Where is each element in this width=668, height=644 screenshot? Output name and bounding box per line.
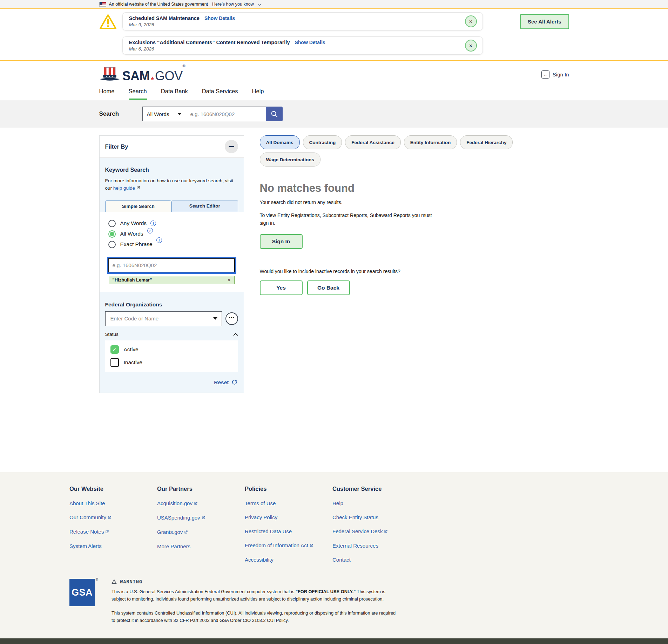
info-icon[interactable]: i — [147, 228, 153, 233]
main-nav: Home Search Data Bank Data Services Help — [0, 84, 668, 100]
domain-pill-contracting[interactable]: Contracting — [303, 135, 342, 149]
search-mode-select[interactable]: All Words — [142, 107, 186, 121]
footer-link-our-community[interactable]: Our Community — [69, 514, 157, 521]
nav-item-data-services[interactable]: Data Services — [202, 88, 238, 100]
nav-item-home[interactable]: Home — [99, 88, 115, 100]
site-footer: Our Website About This Site Our Communit… — [0, 472, 668, 638]
footer-link-usaspending-gov[interactable]: USASpending.gov — [157, 515, 245, 521]
external-link-icon — [136, 185, 140, 192]
footer-link-grants-gov[interactable]: Grants.gov — [157, 529, 245, 535]
footer-link-release-notes[interactable]: Release Notes — [69, 529, 157, 535]
nav-item-search[interactable]: Search — [129, 88, 147, 100]
alerts-section: Scheduled SAM Maintenance Show Details M… — [0, 9, 668, 61]
nav-item-data-bank[interactable]: Data Bank — [161, 88, 188, 100]
status-section-toggle[interactable]: Status — [105, 332, 238, 337]
tab-search-editor[interactable]: Search Editor — [171, 200, 238, 212]
chip-remove-icon[interactable]: × — [228, 277, 230, 283]
go-back-button[interactable]: Go Back — [307, 280, 350, 295]
radio-any-words[interactable] — [108, 220, 116, 227]
domain-pill-federal-assistance[interactable]: Federal Assistance — [345, 135, 401, 149]
check-icon: ✓ — [112, 346, 117, 353]
us-flag-icon — [99, 2, 106, 7]
site-header: ★★★ SAM★GOV® ← Sign In — [0, 61, 668, 84]
footer-column-policies: Policies Terms of Use Privacy Policy Res… — [245, 486, 332, 563]
gsa-registered-mark: ® — [96, 577, 98, 581]
alert-show-details-link[interactable]: Show Details — [295, 40, 325, 45]
how-you-know-link[interactable]: Here’s how you know — [212, 2, 254, 7]
main-content: Filter By Keyword Search For more inform… — [0, 128, 668, 472]
help-guide-link[interactable]: help guide — [113, 185, 135, 191]
domain-pill-all-domains[interactable]: All Domains — [260, 135, 300, 149]
inactive-records-question: Would you like to include inactive recor… — [260, 269, 569, 274]
reset-filters-link[interactable]: Reset — [214, 379, 229, 386]
footer-link-help[interactable]: Help — [332, 500, 420, 506]
results-area: All Domains Contracting Federal Assistan… — [260, 135, 569, 295]
footer-link-contact[interactable]: Contact — [332, 557, 420, 563]
footer-link-federal-service-desk[interactable]: Federal Service Desk — [332, 528, 420, 535]
gov-banner: An official website of the United States… — [0, 0, 668, 9]
alert-show-details-link[interactable]: Show Details — [204, 15, 235, 21]
radio-exact-phrase[interactable] — [108, 241, 116, 248]
footer-link-check-entity-status[interactable]: Check Entity Status — [332, 514, 420, 520]
alert-close-button[interactable]: × — [465, 15, 477, 27]
yes-button[interactable]: Yes — [260, 280, 303, 295]
no-matches-title: No matches found — [260, 182, 569, 195]
chevron-down-icon — [258, 2, 261, 6]
warning-block: WARNING This is a U.S. General Services … — [112, 579, 396, 624]
keyword-input[interactable] — [108, 258, 235, 272]
search-mode-value: All Words — [147, 111, 169, 117]
status-options: ✓ Active Inactive — [105, 340, 238, 372]
sam-gov-logo[interactable]: ★★★ SAM★GOV® — [99, 66, 185, 82]
footer-link-foia[interactable]: Freedom of Information Act — [245, 542, 332, 549]
footer-link-external-resources[interactable]: External Resources — [332, 543, 420, 549]
see-all-alerts-button[interactable]: See All Alerts — [520, 14, 569, 29]
federal-organizations-title: Federal Organizations — [105, 301, 238, 308]
radio-all-words[interactable] — [108, 230, 116, 238]
federal-organizations-combobox[interactable] — [105, 311, 222, 326]
warning-triangle-icon — [99, 14, 117, 30]
warning-title: WARNING — [120, 579, 142, 584]
sign-in-button[interactable]: Sign In — [260, 234, 303, 249]
footer-column-customer-service: Customer Service Help Check Entity Statu… — [332, 486, 420, 563]
info-icon[interactable]: i — [156, 237, 162, 243]
tab-simple-search[interactable]: Simple Search — [105, 200, 172, 212]
checkbox-active[interactable]: ✓ — [110, 345, 119, 354]
keyword-chip: "Hizbullah Lemar" × — [109, 276, 235, 284]
footer-link-accessibility[interactable]: Accessibility — [245, 557, 332, 563]
footer-link-more-partners[interactable]: More Partners — [157, 543, 245, 549]
search-icon — [270, 110, 278, 118]
logo-gov-text: GOV — [155, 69, 183, 83]
footer-link-terms-of-use[interactable]: Terms of Use — [245, 500, 332, 506]
domain-pill-federal-hierarchy[interactable]: Federal Hierarchy — [460, 135, 513, 149]
keyword-tabs: Simple Search Search Editor — [105, 200, 238, 212]
gsa-logo: GSA ® — [69, 579, 98, 624]
search-submit-button[interactable] — [266, 107, 283, 121]
footer-link-about-this-site[interactable]: About This Site — [69, 500, 157, 506]
warning-paragraph-1: This is a U.S. General Services Administ… — [112, 588, 396, 603]
info-icon[interactable]: i — [150, 221, 156, 226]
collapse-filters-button[interactable] — [225, 140, 238, 153]
logo-star-icon: ★ — [150, 75, 155, 81]
footer-link-privacy-policy[interactable]: Privacy Policy — [245, 514, 332, 520]
external-link-icon — [201, 515, 205, 521]
checkbox-active-label: Active — [124, 346, 139, 353]
alert-close-button[interactable]: × — [465, 40, 477, 52]
federal-organizations-input[interactable] — [110, 315, 213, 322]
footer-link-acquisition-gov[interactable]: Acquisition.gov — [157, 500, 245, 507]
nav-item-help[interactable]: Help — [252, 88, 264, 100]
search-band: Search All Words — [0, 100, 668, 128]
checkbox-inactive[interactable] — [110, 358, 119, 367]
close-icon: × — [469, 43, 472, 49]
footer-link-restricted-data-use[interactable]: Restricted Data Use — [245, 528, 332, 534]
more-options-button[interactable]: ••• — [225, 312, 238, 325]
uncle-sam-hat-icon: ★★★ — [99, 66, 120, 82]
status-label: Status — [105, 332, 119, 337]
top-search-input[interactable] — [186, 107, 266, 121]
header-sign-in-link[interactable]: ← Sign In — [541, 70, 569, 79]
checkbox-inactive-label: Inactive — [124, 359, 142, 366]
domain-pill-wage-determinations[interactable]: Wage Determinations — [260, 152, 321, 167]
domain-pill-entity-information[interactable]: Entity Information — [404, 135, 457, 149]
footer-column-title: Policies — [245, 486, 332, 492]
footer-link-system-alerts[interactable]: System Alerts — [69, 543, 157, 549]
alert-card: Scheduled SAM Maintenance Show Details M… — [122, 12, 483, 30]
